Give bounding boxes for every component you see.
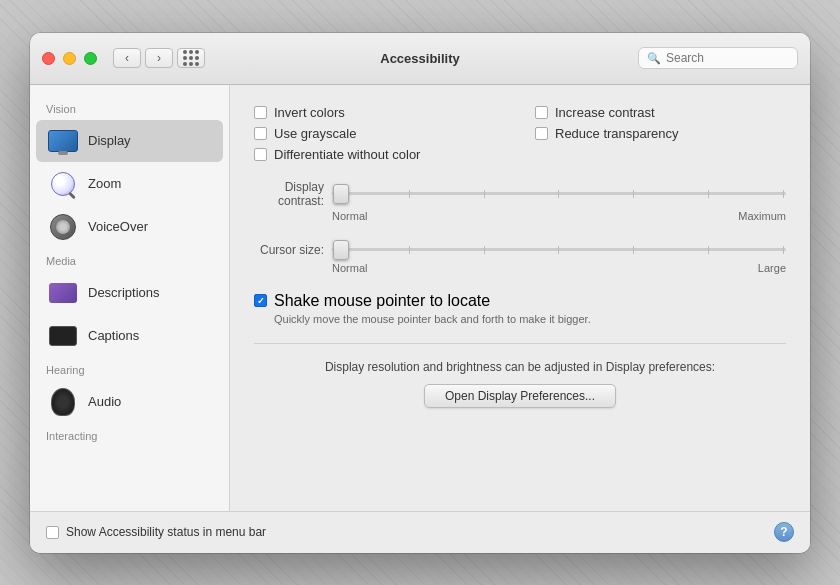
tick-c5: [633, 246, 634, 254]
back-button[interactable]: ‹: [113, 48, 141, 68]
display-prefs-section: Display resolution and brightness can be…: [254, 343, 786, 408]
window-title: Accessibility: [380, 51, 460, 66]
minimize-button[interactable]: [63, 52, 76, 65]
accessibility-window: ‹ › Accessibility 🔍 Vision Display: [30, 33, 810, 553]
sidebar-item-voiceover[interactable]: VoiceOver: [36, 206, 223, 248]
shake-mouse-label: Shake mouse pointer to locate: [274, 292, 490, 310]
increase-contrast-label: Increase contrast: [555, 105, 655, 120]
captions-icon: [48, 321, 78, 351]
display-contrast-max-label: Maximum: [738, 210, 786, 222]
display-contrast-label: Display contrast:: [254, 180, 324, 208]
open-display-prefs-button[interactable]: Open Display Preferences...: [424, 384, 616, 408]
display-contrast-end-labels: Normal Maximum: [254, 210, 786, 222]
display-contrast-ticks: [332, 190, 786, 198]
display-contrast-slider-container: [332, 184, 786, 204]
tick-c2: [409, 246, 410, 254]
tick-c7: [783, 246, 784, 254]
use-grayscale-checkbox[interactable]: [254, 127, 267, 140]
tick-5: [633, 190, 634, 198]
cursor-size-label: Cursor size:: [254, 243, 324, 257]
reduce-transparency-row[interactable]: Reduce transparency: [535, 126, 786, 141]
content-area: Vision Display Zoom VoiceOver Media: [30, 85, 810, 511]
sidebar-section-hearing: Hearing: [30, 358, 229, 380]
sidebar-item-captions[interactable]: Captions: [36, 315, 223, 357]
forward-button[interactable]: ›: [145, 48, 173, 68]
invert-colors-row[interactable]: Invert colors: [254, 105, 505, 120]
diff-without-color-row[interactable]: Differentiate without color: [254, 147, 505, 162]
increase-contrast-checkbox[interactable]: [535, 106, 548, 119]
nav-buttons: ‹ ›: [113, 48, 173, 68]
display-contrast-section: Display contrast:: [254, 180, 786, 222]
shake-mouse-row[interactable]: Shake mouse pointer to locate: [254, 292, 786, 310]
diff-without-color-checkbox[interactable]: [254, 148, 267, 161]
reduce-transparency-label: Reduce transparency: [555, 126, 679, 141]
tick-c6: [708, 246, 709, 254]
sidebar-section-media: Media: [30, 249, 229, 271]
cursor-size-max-label: Large: [758, 262, 786, 274]
titlebar: ‹ › Accessibility 🔍: [30, 33, 810, 85]
traffic-lights: [42, 52, 97, 65]
display-contrast-min-label: Normal: [332, 210, 367, 222]
invert-colors-label: Invert colors: [274, 105, 345, 120]
cursor-size-slider-container: [332, 240, 786, 260]
shake-mouse-checkbox[interactable]: [254, 294, 267, 307]
cursor-size-thumb[interactable]: [333, 240, 349, 260]
display-icon: [48, 126, 78, 156]
maximize-button[interactable]: [84, 52, 97, 65]
tick-2: [409, 190, 410, 198]
tick-c3: [484, 246, 485, 254]
audio-icon: [48, 387, 78, 417]
shake-mouse-description: Quickly move the mouse pointer back and …: [254, 313, 786, 325]
sidebar-item-display[interactable]: Display: [36, 120, 223, 162]
bottom-bar: Show Accessibility status in menu bar ?: [30, 511, 810, 553]
sidebar-item-audio[interactable]: Audio: [36, 381, 223, 423]
shake-mouse-section: Shake mouse pointer to locate Quickly mo…: [254, 292, 786, 325]
show-accessibility-status-label: Show Accessibility status in menu bar: [66, 525, 266, 539]
display-contrast-track: [332, 192, 786, 195]
invert-colors-checkbox[interactable]: [254, 106, 267, 119]
reduce-transparency-checkbox[interactable]: [535, 127, 548, 140]
sidebar-item-descriptions[interactable]: Descriptions: [36, 272, 223, 314]
search-icon: 🔍: [647, 52, 661, 65]
diff-without-color-label: Differentiate without color: [274, 147, 420, 162]
search-box[interactable]: 🔍: [638, 47, 798, 69]
use-grayscale-label: Use grayscale: [274, 126, 356, 141]
show-accessibility-status-row[interactable]: Show Accessibility status in menu bar: [46, 525, 266, 539]
help-button[interactable]: ?: [774, 522, 794, 542]
sidebar-label-captions: Captions: [88, 328, 139, 343]
cursor-size-ticks: [332, 246, 786, 254]
tick-c4: [558, 246, 559, 254]
close-button[interactable]: [42, 52, 55, 65]
tick-6: [708, 190, 709, 198]
sidebar-item-zoom[interactable]: Zoom: [36, 163, 223, 205]
cursor-size-end-labels: Normal Large: [254, 262, 786, 274]
sidebar-label-display: Display: [88, 133, 131, 148]
descriptions-icon: [48, 278, 78, 308]
display-contrast-row: Display contrast:: [254, 180, 786, 208]
display-prefs-text: Display resolution and brightness can be…: [254, 360, 786, 374]
options-grid: Invert colors Increase contrast Use gray…: [254, 105, 786, 162]
use-grayscale-row[interactable]: Use grayscale: [254, 126, 505, 141]
main-panel: Invert colors Increase contrast Use gray…: [230, 85, 810, 511]
increase-contrast-row[interactable]: Increase contrast: [535, 105, 786, 120]
sidebar: Vision Display Zoom VoiceOver Media: [30, 85, 230, 511]
tick-4: [558, 190, 559, 198]
cursor-size-track: [332, 248, 786, 251]
sidebar-label-descriptions: Descriptions: [88, 285, 160, 300]
voiceover-icon: [48, 212, 78, 242]
cursor-size-section: Cursor size:: [254, 240, 786, 274]
sidebar-label-voiceover: VoiceOver: [88, 219, 148, 234]
sidebar-section-vision: Vision: [30, 97, 229, 119]
grid-view-button[interactable]: [177, 48, 205, 68]
search-input[interactable]: [666, 51, 789, 65]
show-accessibility-status-checkbox[interactable]: [46, 526, 59, 539]
tick-3: [484, 190, 485, 198]
cursor-size-row: Cursor size:: [254, 240, 786, 260]
tick-7: [783, 190, 784, 198]
cursor-size-min-label: Normal: [332, 262, 367, 274]
zoom-icon: [48, 169, 78, 199]
sidebar-label-zoom: Zoom: [88, 176, 121, 191]
sidebar-section-interacting: Interacting: [30, 424, 229, 446]
sidebar-label-audio: Audio: [88, 394, 121, 409]
display-contrast-thumb[interactable]: [333, 184, 349, 204]
